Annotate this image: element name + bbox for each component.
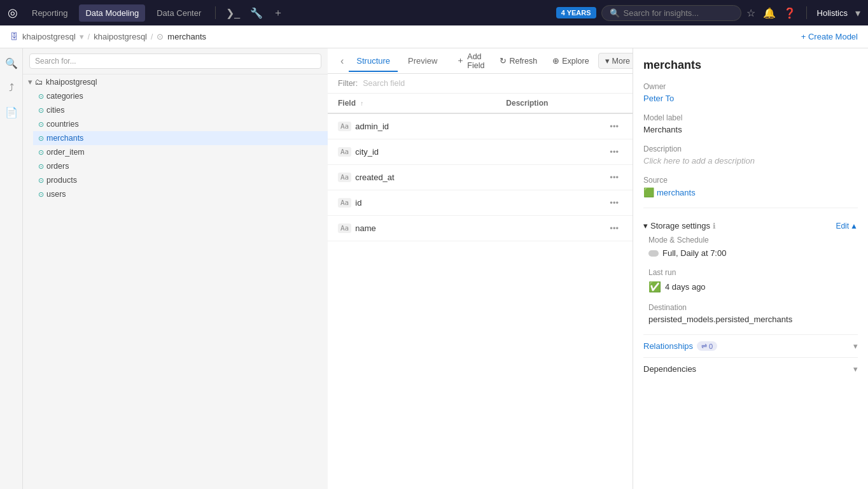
add-field-icon: ＋ bbox=[456, 55, 465, 66]
more-label: More bbox=[612, 57, 630, 66]
relationships-header[interactable]: Relationships ⇌ 0 ▾ bbox=[643, 341, 858, 351]
filter-bar: Filter: bbox=[328, 74, 633, 94]
mode-section: Mode & Schedule Full, Daily at 7:00 bbox=[643, 236, 858, 258]
nav-divider bbox=[215, 6, 216, 19]
sidebar-tree: ▾ 🗂 khaipostgresql ⊙ categories ⊙ cities… bbox=[23, 48, 328, 489]
table-row[interactable]: Aa created_at ••• bbox=[328, 165, 633, 190]
owner-label: Owner bbox=[643, 82, 858, 91]
description-cell-id: ••• bbox=[496, 190, 633, 216]
star-icon[interactable]: ☆ bbox=[746, 7, 755, 19]
share-sidebar-icon[interactable]: ⤴ bbox=[5, 78, 18, 97]
table-icon-products: ⊙ bbox=[38, 176, 44, 185]
source-value[interactable]: 🟩 merchants bbox=[643, 187, 858, 197]
row-more-name[interactable]: ••• bbox=[606, 222, 622, 234]
tree-item-users[interactable]: ⊙ users bbox=[33, 187, 328, 201]
tab-left-arrow[interactable]: ‹ bbox=[338, 55, 346, 67]
storage-header[interactable]: ▾ Storage settings ℹ Edit ▲ bbox=[643, 216, 858, 236]
storage-title: ▾ Storage settings ℹ bbox=[643, 221, 716, 230]
tree-item-orders[interactable]: ⊙ orders bbox=[33, 159, 328, 173]
row-more-admin_id[interactable]: ••• bbox=[606, 120, 622, 132]
more-button[interactable]: ▾ More bbox=[598, 53, 633, 69]
row-more-city_id[interactable]: ••• bbox=[606, 146, 622, 158]
breadcrumb-connection-icon: 🗄 bbox=[10, 32, 18, 41]
field-name-id: Aa id bbox=[338, 198, 486, 208]
column-header-field[interactable]: Field ↑ bbox=[328, 94, 496, 113]
destination-label: Destination bbox=[648, 303, 858, 312]
filter-input[interactable] bbox=[363, 79, 622, 88]
explore-button[interactable]: ⊕ Explore bbox=[546, 53, 595, 68]
table-row[interactable]: Aa admin_id ••• bbox=[328, 113, 633, 139]
table-row[interactable]: Aa id ••• bbox=[328, 190, 633, 216]
storage-divider bbox=[643, 208, 858, 208]
table-icon-orders: ⊙ bbox=[38, 162, 44, 171]
nav-divider-2 bbox=[806, 6, 807, 19]
plus-icon[interactable]: ＋ bbox=[270, 4, 286, 22]
table-row[interactable]: Aa city_id ••• bbox=[328, 139, 633, 165]
field-name-text-created_at: created_at bbox=[355, 173, 394, 182]
add-field-button[interactable]: ＋ Add Field bbox=[450, 50, 491, 73]
row-more-id[interactable]: ••• bbox=[606, 197, 622, 209]
help-icon[interactable]: ❓ bbox=[783, 7, 796, 19]
tree-item-order-item[interactable]: ⊙ order_item bbox=[33, 145, 328, 159]
dependencies-header[interactable]: Dependencies ▾ bbox=[643, 364, 858, 374]
field-name-text-admin_id: admin_id bbox=[355, 122, 389, 131]
field-cell-city_id: Aa city_id bbox=[328, 139, 496, 165]
user-menu[interactable]: Holistics bbox=[817, 8, 848, 18]
nav-item-data-modeling[interactable]: Data Modeling bbox=[79, 4, 145, 22]
folder-icon: 🗂 bbox=[35, 78, 43, 87]
destination-section: Destination persisted_models.persisted_m… bbox=[643, 303, 858, 324]
search-sidebar-icon[interactable]: 🔍 bbox=[1, 53, 22, 73]
description-placeholder[interactable]: Click here to add a description bbox=[643, 156, 858, 166]
content-tabs-bar: ‹ Structure Preview ＋ Add Field ↻ Refres… bbox=[328, 48, 633, 74]
model-label-value: Merchants bbox=[643, 125, 858, 134]
nav-item-data-center[interactable]: Data Center bbox=[150, 4, 207, 22]
tree-label-cities: cities bbox=[46, 106, 64, 115]
sort-icon-field: ↑ bbox=[360, 100, 363, 107]
storage-info-icon: ℹ bbox=[713, 222, 716, 230]
tab-preview[interactable]: Preview bbox=[400, 51, 445, 72]
wrench-icon[interactable]: 🔧 bbox=[248, 4, 265, 22]
storage-edit-button[interactable]: Edit ▲ bbox=[836, 222, 858, 230]
subscription-badge[interactable]: 4 YEARS bbox=[556, 7, 596, 18]
document-sidebar-icon[interactable]: 📄 bbox=[1, 103, 22, 122]
tree-collapse-icon: ▾ bbox=[28, 77, 32, 87]
user-chevron-icon[interactable]: ▾ bbox=[855, 7, 860, 19]
tree-root-item[interactable]: ▾ 🗂 khaipostgresql bbox=[23, 74, 328, 89]
bell-icon[interactable]: 🔔 bbox=[763, 7, 776, 19]
global-search[interactable]: 🔍 bbox=[601, 5, 741, 21]
relationships-badge: ⇌ 0 bbox=[697, 341, 717, 351]
row-actions-name: ••• bbox=[606, 222, 622, 234]
sidebar-search-input[interactable] bbox=[29, 53, 321, 69]
terminal-icon[interactable]: ❯_ bbox=[223, 4, 242, 22]
column-header-description[interactable]: Description bbox=[496, 94, 633, 113]
breadcrumb-dataset[interactable]: khaipostgresql bbox=[94, 32, 147, 41]
storage-label: Storage settings bbox=[650, 221, 710, 230]
tree-root: ▾ 🗂 khaipostgresql ⊙ categories ⊙ cities… bbox=[23, 74, 328, 201]
description-cell-admin_id: ••• bbox=[496, 113, 633, 139]
create-model-button[interactable]: + Create Model bbox=[801, 32, 858, 41]
field-name-text-id: id bbox=[355, 198, 361, 208]
breadcrumb-table-icon: ⊙ bbox=[157, 32, 164, 41]
breadcrumb-connection[interactable]: khaipostgresql bbox=[22, 32, 76, 41]
storage-collapse-icon: ▾ bbox=[643, 221, 648, 230]
row-more-created_at[interactable]: ••• bbox=[606, 171, 622, 183]
tree-item-categories[interactable]: ⊙ categories bbox=[33, 89, 328, 103]
source-section: Source 🟩 merchants bbox=[643, 176, 858, 197]
tree-item-countries[interactable]: ⊙ countries bbox=[33, 117, 328, 131]
tree-label-orders: orders bbox=[46, 162, 69, 171]
dependencies-title: Dependencies bbox=[643, 364, 696, 374]
tree-item-merchants[interactable]: ⊙ merchants bbox=[33, 131, 328, 145]
tab-structure[interactable]: Structure bbox=[349, 51, 398, 72]
tree-label-users: users bbox=[46, 190, 66, 199]
owner-value[interactable]: Peter To bbox=[643, 94, 858, 103]
description-cell-name: ••• bbox=[496, 216, 633, 241]
table-row[interactable]: Aa name ••• bbox=[328, 216, 633, 241]
global-search-input[interactable] bbox=[624, 8, 733, 18]
field-cell-id: Aa id bbox=[328, 190, 496, 216]
tree-item-products[interactable]: ⊙ products bbox=[33, 173, 328, 187]
tree-item-cities[interactable]: ⊙ cities bbox=[33, 103, 328, 117]
refresh-button[interactable]: ↻ Refresh bbox=[493, 53, 543, 68]
nav-item-reporting[interactable]: Reporting bbox=[25, 4, 74, 22]
field-name-text-city_id: city_id bbox=[355, 147, 379, 157]
refresh-label: Refresh bbox=[509, 57, 537, 66]
